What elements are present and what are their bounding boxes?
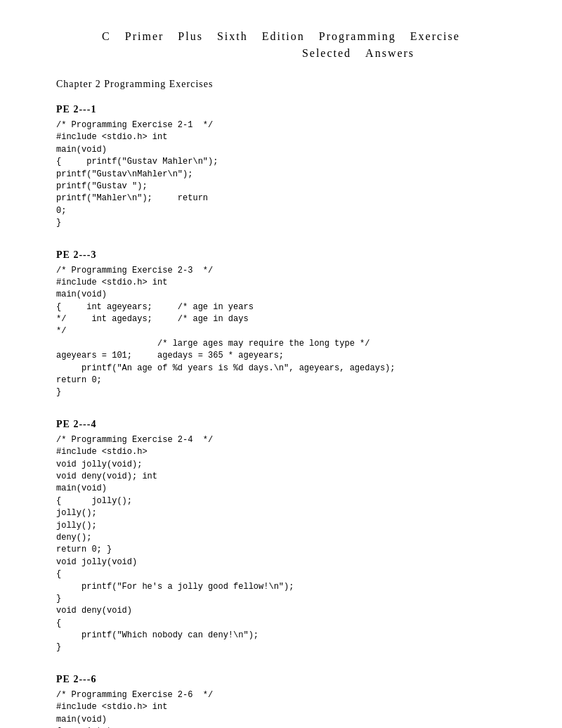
- header-programming: Programming: [319, 28, 396, 45]
- header-c: C: [102, 28, 111, 45]
- header-selected: Selected: [302, 45, 351, 62]
- section-pe-2-6-code: /* Programming Exercise 2-6 */ #include …: [56, 689, 506, 728]
- chapter-title: Chapter 2 Programming Exercises: [56, 79, 506, 90]
- header-sixth: Sixth: [217, 28, 248, 45]
- section-pe-2-4: PE 2---4 /* Programming Exercise 2-4 */ …: [56, 419, 506, 654]
- section-pe-2-4-title: PE 2---4: [56, 419, 506, 430]
- header-line2: Selected Answers: [56, 45, 506, 62]
- section-pe-2-6-title: PE 2---6: [56, 674, 506, 685]
- header-plus: Plus: [178, 28, 203, 45]
- header-exercise: Exercise: [410, 28, 460, 45]
- section-pe-2-3: PE 2---3 /* Programming Exercise 2-3 */ …: [56, 249, 506, 399]
- section-pe-2-1: PE 2---1 /* Programming Exercise 2-1 */ …: [56, 104, 506, 230]
- section-pe-2-1-code: /* Programming Exercise 2-1 */ #include …: [56, 119, 506, 230]
- header-edition: Edition: [262, 28, 305, 45]
- header-line1: C Primer Plus Sixth Edition Programming …: [56, 28, 506, 45]
- page-header: C Primer Plus Sixth Edition Programming …: [56, 28, 506, 62]
- section-pe-2-6: PE 2---6 /* Programming Exercise 2-6 */ …: [56, 674, 506, 728]
- header-answers: Answers: [365, 45, 414, 62]
- section-pe-2-1-title: PE 2---1: [56, 104, 506, 115]
- section-pe-2-4-code: /* Programming Exercise 2-4 */ #include …: [56, 434, 506, 654]
- section-pe-2-3-code: /* Programming Exercise 2-3 */ #include …: [56, 265, 506, 399]
- header-primer: Primer: [125, 28, 164, 45]
- section-pe-2-3-title: PE 2---3: [56, 249, 506, 261]
